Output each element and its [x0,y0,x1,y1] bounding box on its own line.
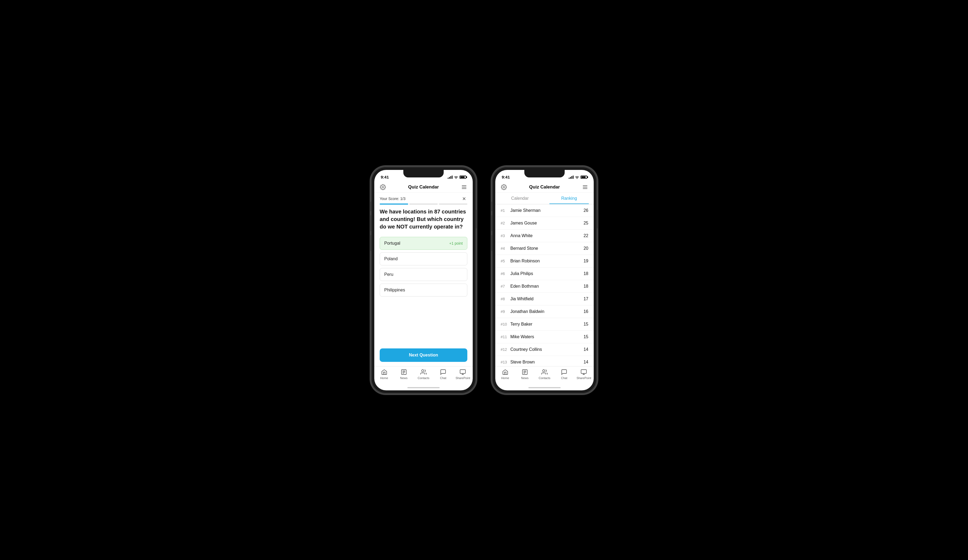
rank-num-1: #1 [501,208,511,213]
answer-text-2: Poland [384,257,398,261]
progress-bar [374,204,473,208]
svg-point-0 [382,186,384,188]
nav-chat-2[interactable]: Chat [556,369,572,379]
ranking-row-11: #11 Mike Waters 15 [495,331,594,343]
status-icons-2 [569,176,587,179]
close-button[interactable] [461,196,467,202]
next-question-button[interactable]: Next Question [380,348,467,362]
answer-text-3: Peru [384,272,393,277]
rank-score-4: 20 [583,246,588,251]
nav-contacts-label-2: Contacts [539,376,550,379]
rank-name-7: Eden Bothman [511,284,583,289]
ranking-row-2: #2 James Gouse 25 [495,217,594,230]
status-time-2: 9:41 [502,175,510,179]
progress-segment-1 [380,204,408,205]
sharepoint-icon-1 [459,369,466,376]
rank-num-4: #4 [501,246,511,250]
answer-text-1: Portugal [384,241,400,246]
nav-chat-label-1: Chat [440,376,446,379]
answer-portugal[interactable]: Portugal +1 point [380,237,467,250]
rank-num-6: #6 [501,272,511,276]
menu-icon-2[interactable] [582,184,588,191]
nav-contacts-label-1: Contacts [418,376,429,379]
news-icon-2 [521,369,529,376]
rank-score-11: 15 [583,335,588,339]
svg-rect-11 [460,369,466,373]
chat-icon-1 [439,369,447,376]
contacts-icon-1 [420,369,427,376]
rank-name-3: Anna White [511,234,583,238]
score-bar: Your Score: 1/3 [374,193,473,204]
rank-num-2: #2 [501,221,511,225]
ranking-list: #1 Jamie Sherman 26 #2 James Gouse 25 #3… [495,204,594,366]
answer-philippines[interactable]: Philippines [380,283,467,297]
rank-score-6: 18 [583,271,588,276]
svg-point-20 [543,369,545,372]
rank-name-13: Steve Brown [511,360,583,364]
rank-name-4: Bernard Stone [511,246,583,251]
nav-chat-label-2: Chat [561,376,567,379]
menu-icon[interactable] [461,184,467,191]
answer-text-4: Philippines [384,288,405,293]
nav-sharepoint-label-2: SharePoint [577,376,591,379]
bottom-nav-1: Home News [374,366,473,386]
progress-segment-3 [439,204,467,205]
app-header-1: Quiz Calendar [374,182,473,193]
nav-home-1[interactable]: Home [376,369,392,379]
rank-name-10: Terry Baker [511,322,583,326]
rank-score-2: 25 [583,221,588,225]
nav-contacts-2[interactable]: Contacts [536,369,552,379]
rank-name-9: Jonathan Baldwin [511,309,583,314]
battery-icon [459,176,466,179]
svg-point-10 [422,369,424,372]
tab-ranking[interactable]: Ranking [545,193,594,204]
rank-num-9: #9 [501,310,511,314]
ranking-row-12: #12 Courtney Collins 14 [495,343,594,356]
nav-chat-1[interactable]: Chat [435,369,451,379]
settings-icon[interactable] [380,184,386,191]
rank-num-7: #7 [501,284,511,288]
rank-score-9: 16 [583,309,588,314]
score-text: Your Score: 1/3 [380,197,406,201]
rank-score-8: 17 [583,297,588,302]
rank-score-5: 19 [583,258,588,263]
header-title-2: Quiz Calendar [529,184,560,190]
rank-name-8: Jia Whitfield [511,297,583,302]
settings-icon-2[interactable] [501,184,507,191]
answer-peru[interactable]: Peru [380,268,467,281]
signal-icon-2 [569,176,574,179]
nav-contacts-1[interactable]: Contacts [416,369,432,379]
home-icon-2 [502,369,509,376]
sharepoint-icon-2 [580,369,587,376]
news-icon-1 [400,369,407,376]
rank-num-13: #13 [501,360,511,364]
question-text: We have locations in 87 countries and co… [380,208,467,230]
nav-news-2[interactable]: News [517,369,533,379]
ranking-row-4: #4 Bernard Stone 20 [495,242,594,255]
answer-poland[interactable]: Poland [380,252,467,265]
wifi-icon-2 [575,176,579,179]
ranking-row-13: #13 Steve Brown 14 [495,356,594,366]
header-title-1: Quiz Calendar [408,184,439,190]
ranking-row-9: #9 Jonathan Baldwin 16 [495,305,594,318]
nav-sharepoint-1[interactable]: SharePoint [455,369,471,379]
svg-point-12 [503,186,505,188]
nav-news-label-2: News [521,376,529,379]
rank-num-12: #12 [501,347,511,352]
rank-name-2: James Gouse [511,221,583,225]
ranking-row-7: #7 Eden Bothman 18 [495,280,594,293]
phone-1: 9:41 [371,167,476,394]
nav-home-label-2: Home [501,376,509,379]
status-time-1: 9:41 [381,175,389,179]
home-icon [381,369,388,376]
tab-calendar[interactable]: Calendar [495,193,545,204]
app-header-2: Quiz Calendar [495,182,594,193]
nav-sharepoint-2[interactable]: SharePoint [576,369,592,379]
nav-home-2[interactable]: Home [497,369,513,379]
wifi-icon [454,176,458,179]
chat-icon-2 [561,369,568,376]
rank-score-7: 18 [583,284,588,289]
tabs-container: Calendar Ranking [495,193,594,204]
status-icons-1 [448,176,466,179]
nav-news-1[interactable]: News [396,369,412,379]
